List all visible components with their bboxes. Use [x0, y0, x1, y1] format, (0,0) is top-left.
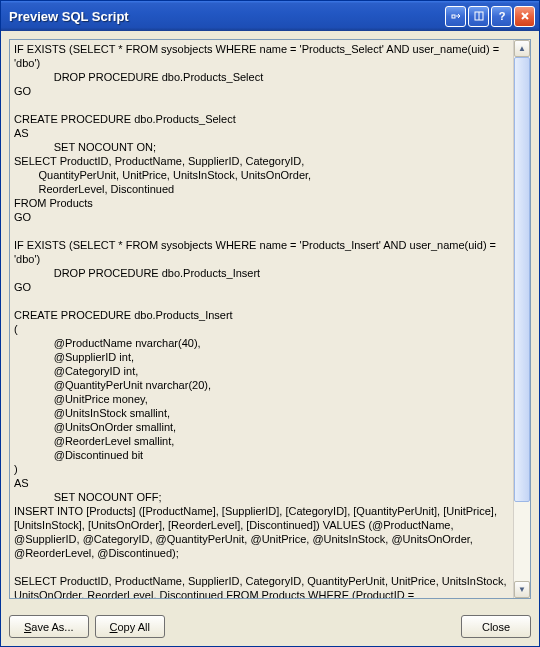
scroll-thumb[interactable]	[514, 57, 530, 502]
window-option2-button[interactable]	[468, 6, 489, 27]
dialog-window: Preview SQL Script ? IF EXISTS (SELECT *…	[0, 0, 540, 647]
copy-all-button[interactable]: Copy All	[95, 615, 165, 638]
help-button[interactable]: ?	[491, 6, 512, 27]
sql-preview-container: IF EXISTS (SELECT * FROM sysobjects WHER…	[9, 39, 531, 599]
titlebar: Preview SQL Script ?	[1, 1, 539, 31]
button-spacer	[171, 615, 455, 638]
svg-rect-0	[452, 15, 455, 18]
close-button[interactable]: Close	[461, 615, 531, 638]
scroll-track[interactable]	[514, 57, 530, 581]
window-title: Preview SQL Script	[9, 9, 445, 24]
vertical-scrollbar[interactable]: ▲ ▼	[513, 40, 530, 598]
close-window-button[interactable]	[514, 6, 535, 27]
titlebar-buttons: ?	[445, 6, 535, 27]
scroll-up-button[interactable]: ▲	[514, 40, 530, 57]
save-as-button[interactable]: Save As...	[9, 615, 89, 638]
button-bar: Save As... Copy All Close	[1, 607, 539, 646]
svg-text:?: ?	[498, 10, 505, 22]
window-option1-button[interactable]	[445, 6, 466, 27]
scroll-down-button[interactable]: ▼	[514, 581, 530, 598]
content-area: IF EXISTS (SELECT * FROM sysobjects WHER…	[1, 31, 539, 607]
sql-script-text[interactable]: IF EXISTS (SELECT * FROM sysobjects WHER…	[10, 40, 513, 598]
